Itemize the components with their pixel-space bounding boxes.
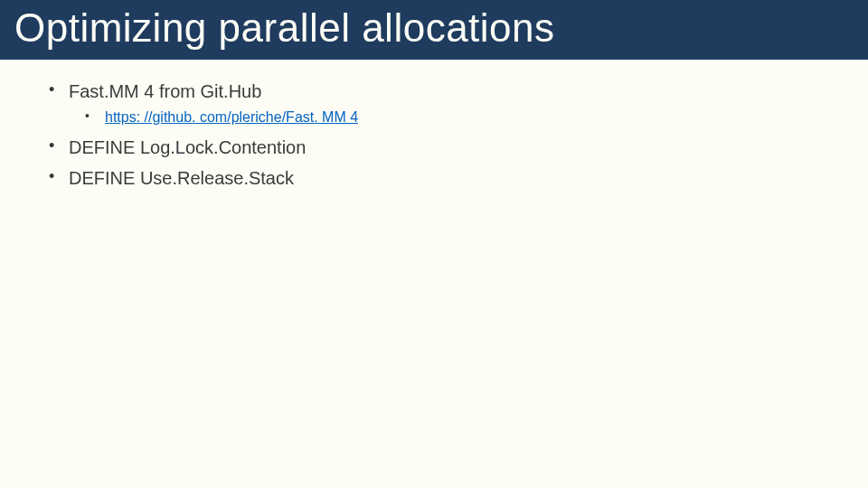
github-link[interactable]: https: //github. com/pleriche/Fast. MM 4 [105, 109, 358, 125]
sub-list-item: https: //github. com/pleriche/Fast. MM 4 [69, 107, 825, 128]
bullet-text: DEFINE Log.Lock.Contention [69, 137, 306, 157]
bullet-list: Fast.MM 4 from Git.Hub https: //github. … [43, 78, 825, 192]
list-item: Fast.MM 4 from Git.Hub https: //github. … [43, 78, 825, 128]
sub-list: https: //github. com/pleriche/Fast. MM 4 [69, 107, 825, 128]
slide-title: Optimizing parallel allocations [0, 0, 868, 60]
bullet-text: DEFINE Use.Release.Stack [69, 168, 294, 188]
slide-title-text: Optimizing parallel allocations [14, 5, 555, 50]
slide-content: Fast.MM 4 from Git.Hub https: //github. … [0, 60, 868, 192]
list-item: DEFINE Log.Lock.Contention [43, 134, 825, 161]
list-item: DEFINE Use.Release.Stack [43, 164, 825, 192]
bullet-text: Fast.MM 4 from Git.Hub [69, 81, 261, 101]
